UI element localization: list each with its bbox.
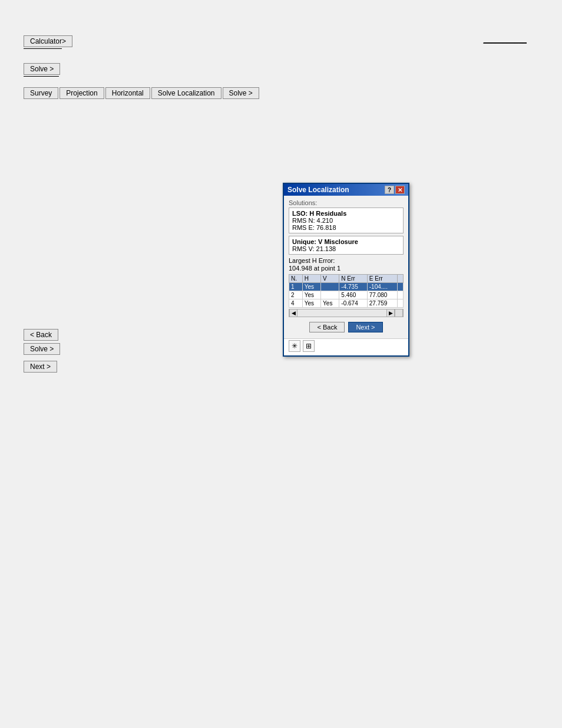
cell-v: [321, 283, 339, 291]
next-button-row: Next >: [24, 361, 538, 373]
cell-e-err: 27.759: [367, 299, 397, 308]
calculator-underline: [24, 48, 62, 49]
cell-h: Yes: [302, 291, 320, 299]
tab-solve-localization[interactable]: Solve Localization: [151, 87, 222, 99]
lso-title: LSO: H Residuals: [292, 210, 400, 217]
largest-h-error-label: Largest H Error:: [289, 257, 404, 264]
cell-e-err: -104....: [367, 283, 397, 291]
tab-horizontal[interactable]: Horizontal: [105, 87, 150, 99]
next-button[interactable]: Next >: [24, 361, 57, 373]
lso-rms-e: RMS E: 76.818: [292, 224, 400, 231]
solutions-label: Solutions:: [289, 199, 404, 206]
col-n-err: N Err: [339, 275, 367, 283]
star-icon-button[interactable]: ✳: [289, 340, 300, 352]
col-h: H: [302, 275, 320, 283]
scroll-right-arrow[interactable]: ▶: [386, 309, 395, 317]
unique-section-box: Unique: V Misclosure RMS V: 21.138: [289, 236, 404, 255]
table-row[interactable]: 2 Yes 5.460 77.080: [289, 291, 404, 299]
cell-n: 1: [289, 283, 303, 291]
lso-section-box: LSO: H Residuals RMS N: 4.210 RMS E: 76.…: [289, 207, 404, 233]
dialog-titlebar: Solve Localization ? ✕: [284, 184, 408, 196]
cell-e-err: 77.080: [367, 291, 397, 299]
tab-solve[interactable]: Solve >: [223, 87, 259, 99]
localization-table: N. H V N Err E Err 1 Yes: [289, 274, 404, 308]
cell-n: 4: [289, 299, 303, 308]
scroll-track: [297, 309, 386, 317]
back-button[interactable]: < Back: [24, 329, 58, 341]
dialog-back-button[interactable]: < Back: [309, 322, 345, 332]
solve-button-top[interactable]: Solve >: [24, 63, 60, 75]
dialog-help-button[interactable]: ?: [385, 186, 394, 194]
cell-n: 2: [289, 291, 303, 299]
tab-survey[interactable]: Survey: [24, 87, 58, 99]
solve-button-row: Solve >: [24, 343, 538, 355]
cell-h: Yes: [302, 299, 320, 308]
calculator-button[interactable]: Calculator>: [24, 35, 72, 47]
dialog-bottom-icons: ✳ ⊞: [284, 338, 408, 355]
tabs-row: Survey Projection Horizontal Solve Local…: [24, 87, 538, 99]
dialog-close-button[interactable]: ✕: [395, 186, 405, 194]
cell-v: [321, 291, 339, 299]
dialog-footer-buttons: < Back Next >: [289, 319, 404, 336]
table-row[interactable]: 4 Yes Yes -0.674 27.759: [289, 299, 404, 308]
cell-n-err: -4.735: [339, 283, 367, 291]
scroll-left-arrow[interactable]: ◀: [289, 309, 297, 317]
tab-projection[interactable]: Projection: [59, 87, 104, 99]
cell-scroll: [398, 299, 404, 308]
largest-h-error-value: 104.948 at point 1: [289, 265, 404, 272]
horizontal-scrollbar[interactable]: ◀ ▶: [289, 309, 404, 317]
table-row[interactable]: 1 Yes -4.735 -104....: [289, 283, 404, 291]
unique-title: Unique: V Misclosure: [292, 238, 400, 245]
cell-scroll: [398, 283, 404, 291]
cell-v: Yes: [321, 299, 339, 308]
col-v2: [398, 275, 404, 283]
cell-h: Yes: [302, 283, 320, 291]
dialog-titlebar-icons: ? ✕: [385, 186, 405, 194]
col-e-err: E Err: [367, 275, 397, 283]
cell-n-err: 5.460: [339, 291, 367, 299]
solve-underline: [24, 76, 59, 77]
lso-rms-n: RMS N: 4.210: [292, 217, 400, 224]
table-header: N. H V N Err E Err: [289, 275, 404, 283]
grid-icon-button[interactable]: ⊞: [303, 340, 315, 352]
col-v: V: [321, 275, 339, 283]
dialog-next-button[interactable]: Next >: [348, 322, 382, 332]
scroll-extra[interactable]: [395, 309, 403, 317]
col-n: N.: [289, 275, 303, 283]
cell-scroll: [398, 291, 404, 299]
solve-button-bottom[interactable]: Solve >: [24, 343, 60, 355]
top-right-link[interactable]: ___________: [484, 35, 527, 44]
dialog-title: Solve Localization: [287, 186, 349, 194]
cell-n-err: -0.674: [339, 299, 367, 308]
back-button-row: < Back: [24, 329, 538, 341]
unique-rms-v: RMS V: 21.138: [292, 245, 400, 252]
solve-localization-dialog: Solve Localization ? ✕ Solutions: LSO: H…: [283, 183, 409, 357]
